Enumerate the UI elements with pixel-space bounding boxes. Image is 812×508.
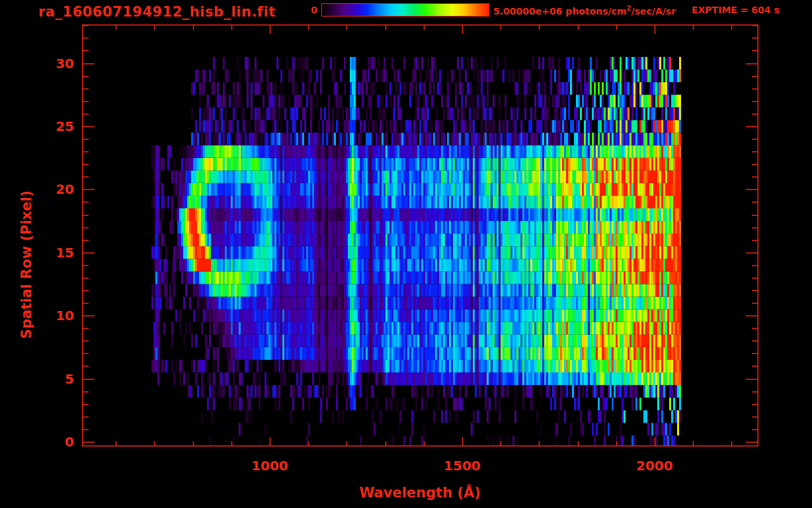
colorbar-min-label: 0 — [304, 5, 317, 15]
colorbar — [321, 3, 489, 17]
spectral-heatmap — [82, 24, 758, 446]
y-tick-label: 0 — [36, 434, 74, 450]
y-axis-title: Spatial Row (Pixel) — [19, 190, 34, 339]
y-tick-label: 20 — [36, 181, 74, 197]
exptime-label: EXPTIME = 604 s — [692, 5, 780, 15]
superscript-2: 2 — [627, 5, 631, 12]
x-axis-title: Wavelength (Å) — [359, 485, 481, 501]
x-tick-label: 1500 — [432, 458, 492, 474]
x-tick-label: 1000 — [240, 458, 300, 474]
y-tick-label: 10 — [36, 308, 74, 323]
y-tick-label: 5 — [36, 371, 74, 387]
page-title: ra_160607194912_hisb_lin.fit — [38, 4, 276, 20]
y-tick-label: 15 — [36, 245, 74, 261]
spectral-image-viewer: ra_160607194912_hisb_lin.fit 0 5.00000e+… — [0, 0, 812, 508]
colorbar-max-label: 5.00000e+06 photons/cm2/sec/A/sr — [493, 5, 676, 17]
y-tick-label: 25 — [36, 118, 74, 134]
x-tick-label: 2000 — [625, 458, 684, 474]
y-tick-label: 30 — [36, 56, 74, 71]
